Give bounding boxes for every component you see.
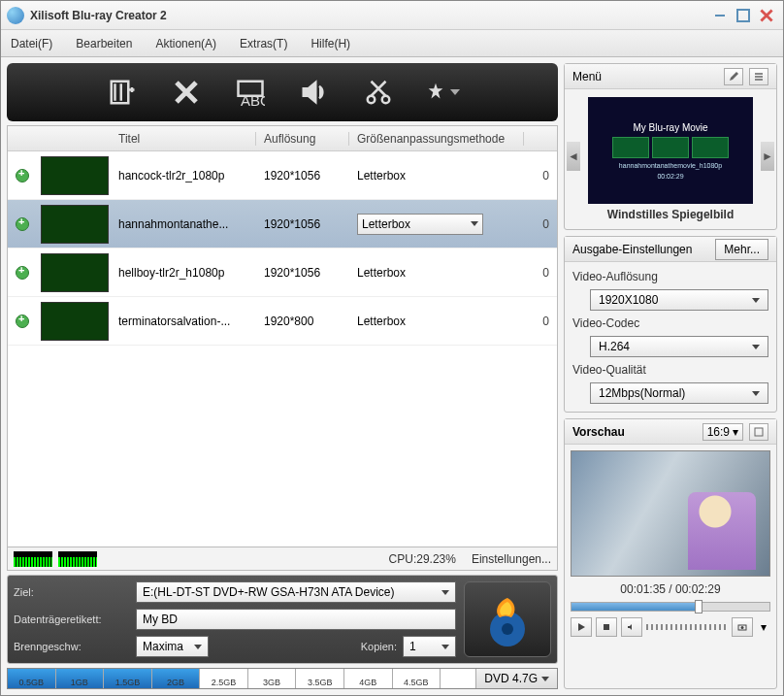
menu-edit[interactable]: Bearbeiten — [76, 37, 132, 50]
capacity-bar: 0.5GB1GB1.5GB2GB2.5GB3GB3.5GB4GB4.5GB DV… — [7, 668, 558, 689]
header-fit[interactable]: Größenanpassungsmethode — [349, 132, 524, 146]
capacity-tick: 4GB — [344, 669, 393, 688]
window-title: Xilisoft Blu-ray Creator 2 — [30, 9, 707, 22]
cell-fit: Letterbox — [349, 214, 524, 235]
volume-button[interactable] — [621, 617, 642, 637]
menu-thumbnail[interactable]: My Blu-ray Movie hannahmontanathemovie_h… — [588, 97, 753, 204]
title-bar: Xilisoft Blu-ray Creator 2 — [1, 1, 783, 30]
cell-title: hannahmontanathe... — [111, 217, 256, 231]
more-settings-button[interactable]: Mehr... — [715, 239, 768, 260]
svg-point-5 — [502, 623, 513, 635]
status-add-icon — [16, 315, 29, 328]
snapshot-button[interactable] — [732, 617, 753, 637]
file-table: Titel Auflösung Größenanpassungsmethode … — [7, 125, 558, 547]
add-file-button[interactable] — [105, 75, 140, 110]
seek-slider[interactable] — [571, 602, 770, 612]
burn-button[interactable] — [464, 581, 551, 657]
speed-select[interactable]: Maxima — [136, 636, 209, 657]
video-thumbnail — [41, 253, 109, 292]
capacity-tick: 1.5GB — [104, 669, 152, 688]
play-button[interactable] — [571, 617, 592, 637]
remove-button[interactable] — [169, 75, 204, 110]
table-row[interactable]: hellboy-tlr2r_h1080p 1920*1056 Letterbox… — [8, 249, 557, 297]
capacity-tick: 2GB — [152, 669, 201, 688]
aspect-select[interactable]: 16:9▾ — [702, 423, 743, 441]
copies-select[interactable]: 1 — [403, 636, 456, 657]
menu-file[interactable]: Datei(F) — [11, 37, 52, 50]
copies-label: Kopien: — [361, 641, 397, 652]
status-add-icon — [16, 266, 29, 280]
cell-right: 0 — [535, 315, 557, 328]
snapshot-dropdown[interactable]: ▾ — [757, 617, 770, 637]
cell-resolution: 1920*1056 — [256, 169, 349, 182]
video-codec-select[interactable]: H.264 — [590, 336, 768, 357]
video-quality-select[interactable]: 12Mbps(Normal) — [590, 382, 768, 404]
svg-rect-6 — [755, 428, 763, 436]
video-resolution-select[interactable]: 1920X1080 — [590, 289, 768, 311]
capacity-tick: 0.5GB — [8, 669, 56, 688]
menu-extras[interactable]: Extras(T) — [240, 37, 287, 50]
video-thumbnail — [41, 205, 109, 244]
cell-fit: Letterbox — [349, 169, 524, 182]
menu-help[interactable]: Hilfe(H) — [310, 37, 350, 50]
fullscreen-button[interactable] — [749, 423, 768, 441]
cell-right: 0 — [535, 217, 557, 231]
menu-prev-button[interactable]: ◄ — [567, 142, 580, 171]
capacity-select[interactable]: DVD 4.7G — [475, 669, 557, 688]
status-add-icon — [16, 169, 29, 182]
minimize-button[interactable] — [709, 7, 731, 24]
header-title[interactable]: Titel — [111, 132, 256, 146]
maximize-button[interactable] — [733, 7, 754, 24]
video-thumbnail — [41, 156, 109, 195]
table-row[interactable]: terminatorsalvation-... 1920*800 Letterb… — [8, 297, 557, 346]
capacity-tick: 3.5GB — [296, 669, 344, 688]
menu-actions[interactable]: Aktionen(A) — [155, 37, 216, 50]
table-header: Titel Auflösung Größenanpassungsmethode — [8, 126, 557, 151]
cell-resolution: 1920*1056 — [256, 217, 349, 231]
cell-title: terminatorsalvation-... — [111, 315, 256, 328]
video-resolution-label: Video-Auflösung — [572, 270, 768, 283]
cell-fit: Letterbox — [349, 315, 524, 328]
header-resolution[interactable]: Auflösung — [256, 132, 349, 146]
status-add-icon — [16, 217, 29, 231]
clip-button[interactable] — [361, 75, 396, 110]
table-row[interactable]: hannahmontanathe... 1920*1056 Letterbox … — [8, 200, 557, 249]
preview-panel: Vorschau 16:9▾ 00:01:35 / 00:02:29 ▾ — [564, 418, 777, 689]
cell-title: hellboy-tlr2r_h1080p — [111, 266, 256, 280]
menu-panel-title: Menü — [572, 70, 602, 83]
menu-next-button[interactable]: ► — [761, 142, 774, 171]
video-thumbnail — [41, 302, 109, 341]
menu-panel: Menü ◄ ► My Blu-ray Movie hannahmontanat… — [564, 63, 777, 230]
main-toolbar: ABC — [7, 63, 558, 121]
close-button[interactable] — [756, 7, 777, 24]
menu-bar: Datei(F) Bearbeiten Aktionen(A) Extras(T… — [1, 30, 783, 57]
target-select[interactable]: E:(HL-DT-ST DVD+-RW GSA-H73N ATA Device) — [136, 581, 456, 603]
preview-video[interactable] — [571, 450, 770, 577]
disc-label-input[interactable] — [136, 609, 456, 630]
menu-list-button[interactable] — [749, 68, 768, 85]
cpu-graph-icon — [14, 551, 52, 567]
cpu-usage: CPU:29.23% — [389, 552, 456, 566]
effects-button[interactable] — [425, 75, 460, 110]
status-bar: CPU:29.23% Einstellungen... — [7, 547, 558, 571]
edit-menu-button[interactable] — [724, 68, 743, 85]
menu-template-name: Windstilles Spiegelbild — [607, 208, 735, 221]
cell-right: 0 — [535, 266, 557, 280]
fit-method-select[interactable]: Letterbox — [357, 214, 483, 235]
stop-button[interactable] — [596, 617, 617, 637]
volume-slider[interactable] — [646, 624, 728, 630]
audio-button[interactable] — [297, 75, 332, 110]
cell-right: 0 — [535, 169, 557, 182]
cell-fit: Letterbox — [349, 266, 524, 280]
output-panel-title: Ausgabe-Einstellungen — [572, 243, 692, 256]
svg-point-9 — [741, 626, 744, 629]
capacity-tick: 1GB — [56, 669, 105, 688]
svg-point-3 — [382, 96, 390, 104]
preview-time: 00:01:35 / 00:02:29 — [571, 582, 770, 596]
speed-label: Brenngeschw: — [14, 641, 130, 652]
app-logo-icon — [7, 7, 24, 24]
subtitle-button[interactable]: ABC — [233, 75, 268, 110]
cpu-settings-link[interactable]: Einstellungen... — [472, 552, 551, 566]
video-quality-label: Video-Qualität — [572, 363, 768, 377]
table-row[interactable]: hancock-tlr2r_1080p 1920*1056 Letterbox … — [8, 151, 557, 200]
